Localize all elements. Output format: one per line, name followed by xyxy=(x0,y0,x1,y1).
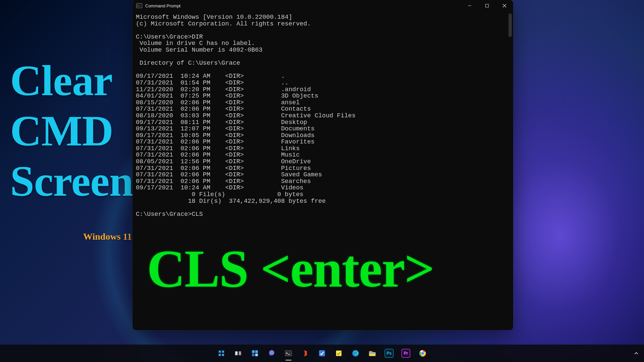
taskbar-explorer-icon[interactable] xyxy=(366,347,379,360)
headline-line2: CMD xyxy=(10,109,133,153)
taskbar-office-icon[interactable] xyxy=(299,347,312,360)
svg-rect-15 xyxy=(255,354,258,356)
svg-rect-18 xyxy=(285,351,292,356)
headline-line3: Screen xyxy=(10,159,133,203)
command-prompt-icon: C:\ xyxy=(136,2,143,9)
system-tray-chevron-icon[interactable] xyxy=(631,347,641,360)
svg-rect-13 xyxy=(255,350,258,353)
svg-rect-6 xyxy=(219,351,221,353)
window-titlebar[interactable]: C:\ Command Prompt xyxy=(132,0,513,11)
svg-rect-12 xyxy=(252,350,255,353)
taskbar-mstodo-icon[interactable] xyxy=(315,347,329,360)
taskbar-edge-icon[interactable] xyxy=(349,347,362,360)
svg-rect-7 xyxy=(222,351,224,353)
taskbar-widgets-icon[interactable] xyxy=(248,347,262,360)
taskbar-taskview-icon[interactable] xyxy=(231,347,245,360)
svg-rect-26 xyxy=(369,353,376,354)
taskbar-right xyxy=(631,345,641,362)
svg-rect-25 xyxy=(369,351,372,353)
svg-rect-14 xyxy=(252,354,255,356)
taskbar[interactable]: PsPr xyxy=(0,345,644,362)
window-title: Command Prompt xyxy=(145,3,180,8)
cls-instruction-overlay: CLS <enter> xyxy=(147,246,434,291)
taskbar-center-items: PsPr xyxy=(215,347,429,360)
svg-rect-10 xyxy=(235,351,237,355)
svg-rect-11 xyxy=(239,351,241,355)
desktop-background[interactable]: Clear CMD Screen Windows 11 C:\ Command … xyxy=(0,0,644,362)
svg-point-17 xyxy=(270,351,274,355)
maximize-button[interactable] xyxy=(478,0,496,11)
headline-line1: Clear xyxy=(10,59,133,102)
svg-text:C:\: C:\ xyxy=(137,4,141,7)
taskbar-start-icon[interactable] xyxy=(215,347,228,360)
taskbar-chrome-icon[interactable] xyxy=(416,347,429,360)
window-controls xyxy=(461,0,513,11)
close-button[interactable] xyxy=(496,0,513,11)
svg-rect-3 xyxy=(486,4,489,7)
taskbar-photoshop-icon[interactable]: Ps xyxy=(382,347,396,360)
minimize-button[interactable] xyxy=(461,0,478,11)
thumbnail-subtitle: Windows 11 xyxy=(83,231,132,242)
taskbar-chat-icon[interactable] xyxy=(265,347,278,360)
taskbar-stickynotes-icon[interactable] xyxy=(332,347,345,360)
svg-rect-9 xyxy=(222,354,224,356)
svg-rect-8 xyxy=(219,354,221,356)
svg-rect-20 xyxy=(319,350,325,356)
taskbar-terminal-icon[interactable] xyxy=(282,347,295,360)
taskbar-premiere-icon[interactable]: Pr xyxy=(399,347,413,360)
scrollbar-thumb[interactable] xyxy=(508,13,512,37)
thumbnail-headline: Clear CMD Screen xyxy=(10,59,133,209)
